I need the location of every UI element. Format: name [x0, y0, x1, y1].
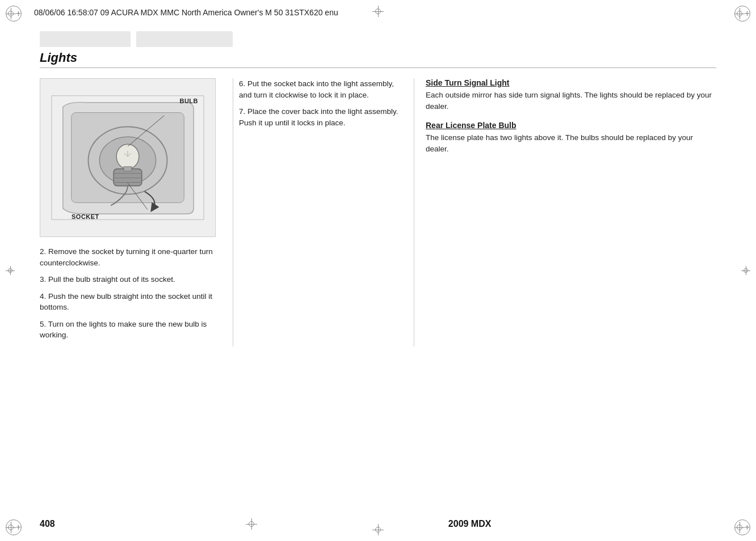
step-7: 7. Place the cover back into the light a…	[239, 106, 402, 128]
right-column: Side Turn Signal Light Each outside mirr…	[414, 78, 716, 346]
header-bar: 08/06/06 16:58:07 09 ACURA MDX MMC North…	[34, 6, 722, 19]
svg-rect-16	[124, 167, 132, 171]
page-title: Lights	[40, 50, 716, 65]
step-5-number: 5.	[40, 320, 48, 328]
step-5-text: Turn on the lights to make sure the new …	[40, 320, 207, 340]
section-body-rear-license: The license plate has two lights above i…	[426, 132, 716, 154]
footer-center-crosshair	[246, 518, 257, 530]
illustration-box: BULB SOCKET	[40, 78, 216, 237]
step-6-number: 6.	[239, 79, 247, 88]
step-7-number: 7.	[239, 107, 247, 116]
step-4: 4. Push the new bulb straight into the s…	[40, 291, 221, 313]
step-3-text: Pull the bulb straight out of its socket…	[48, 275, 175, 284]
side-mark-left	[6, 266, 15, 275]
title-divider	[40, 67, 716, 68]
header-text: 08/06/06 16:58:07 09 ACURA MDX MMC North…	[34, 8, 338, 17]
step-4-text: Push the new bulb straight into the sock…	[40, 292, 212, 312]
side-mark-right	[741, 266, 750, 275]
left-column: BULB SOCKET 2. Remove the socket by turn…	[40, 78, 233, 346]
corner-mark-tr	[734, 6, 750, 22]
step-3: 3. Pull the bulb straight out of its soc…	[40, 274, 221, 285]
main-content: BULB SOCKET 2. Remove the socket by turn…	[40, 78, 716, 346]
page-container: 08/06/06 16:58:07 09 ACURA MDX MMC North…	[0, 0, 756, 541]
section-title-rear-license: Rear License Plate Bulb	[426, 121, 716, 130]
corner-mark-br	[734, 519, 750, 535]
step-5: 5. Turn on the lights to make sure the n…	[40, 319, 221, 341]
content-area: Lights	[40, 31, 716, 510]
step-2: 2. Remove the socket by turning it one-q…	[40, 246, 221, 268]
footer-center-text: 2009 MDX	[448, 519, 492, 529]
corner-mark-bl	[6, 519, 22, 535]
step-4-number: 4.	[40, 292, 48, 301]
bulb-label: BULB	[179, 96, 198, 105]
step-2-text: Remove the socket by turning it one-quar…	[40, 247, 213, 267]
title-tab-2	[136, 31, 233, 47]
footer: 408 2009 MDX	[40, 518, 716, 530]
corner-mark-tl	[6, 6, 22, 22]
page-number: 408	[40, 519, 55, 529]
step-6: 6. Put the socket back into the light as…	[239, 78, 402, 100]
section-body-side-turn: Each outside mirror has side turn signal…	[426, 90, 716, 112]
title-tab-1	[40, 31, 131, 47]
title-section	[40, 31, 716, 47]
mid-column: 6. Put the socket back into the light as…	[233, 78, 414, 346]
step-7-text: Place the cover back into the light asse…	[239, 107, 398, 127]
step-6-text: Put the socket back into the light assem…	[239, 79, 394, 99]
section-title-side-turn: Side Turn Signal Light	[426, 78, 716, 87]
step-3-number: 3.	[40, 275, 48, 284]
step-2-number: 2.	[40, 247, 48, 256]
socket-label: SOCKET	[72, 212, 99, 221]
